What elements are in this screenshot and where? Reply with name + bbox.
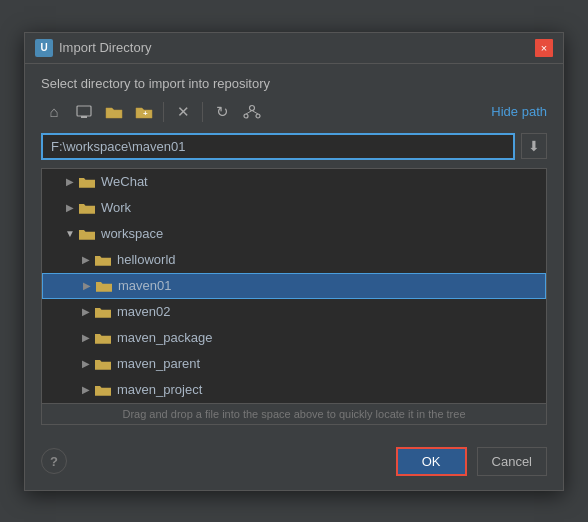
cancel-button[interactable]: Cancel — [477, 447, 547, 476]
tree-arrow-work: ▶ — [62, 200, 78, 216]
folder-icon-maven-parent — [94, 357, 112, 371]
cancel-button-tb[interactable]: ✕ — [170, 99, 196, 125]
tree-item-wechat[interactable]: ▶ WeChat — [42, 169, 546, 195]
tree-item-maven02[interactable]: ▶ maven02 — [42, 299, 546, 325]
folder-icon-work — [78, 201, 96, 215]
title-bar-left: U Import Directory — [35, 39, 151, 57]
svg-rect-1 — [81, 116, 87, 118]
tree-item-maven-parent[interactable]: ▶ maven_parent — [42, 351, 546, 377]
drag-hint: Drag and drop a file into the space abov… — [42, 403, 546, 424]
svg-point-3 — [250, 105, 255, 110]
tree-item-helloworld[interactable]: ▶ helloworld — [42, 247, 546, 273]
folder-icon-workspace — [78, 227, 96, 241]
tree-label-work: Work — [101, 200, 131, 215]
tree-label-workspace: workspace — [101, 226, 163, 241]
tree-label-maven02: maven02 — [117, 304, 170, 319]
tree-arrow-workspace: ▼ — [62, 226, 78, 242]
folder-button[interactable] — [101, 99, 127, 125]
path-input[interactable] — [41, 133, 515, 160]
dialog-title: Import Directory — [59, 40, 151, 55]
svg-line-7 — [252, 110, 258, 114]
tree-label-maven-parent: maven_parent — [117, 356, 200, 371]
tree-item-maven-package[interactable]: ▶ maven_package — [42, 325, 546, 351]
app-icon: U — [35, 39, 53, 57]
folder-icon-maven-project — [94, 383, 112, 397]
tree-label-maven01: maven01 — [118, 278, 171, 293]
svg-line-6 — [246, 110, 252, 114]
tree-arrow-maven02: ▶ — [78, 304, 94, 320]
desktop-button[interactable] — [71, 99, 97, 125]
close-button[interactable]: × — [535, 39, 553, 57]
network-button[interactable] — [239, 99, 265, 125]
tree-arrow-maven-parent: ▶ — [78, 356, 94, 372]
tree-label-wechat: WeChat — [101, 174, 148, 189]
folder-icon-helloworld — [94, 253, 112, 267]
refresh-button[interactable]: ↻ — [209, 99, 235, 125]
tree-arrow-helloworld: ▶ — [78, 252, 94, 268]
tree-label-maven-package: maven_package — [117, 330, 212, 345]
title-bar: U Import Directory × — [25, 33, 563, 64]
folder-icon-maven02 — [94, 305, 112, 319]
file-tree[interactable]: ▶ WeChat ▶ Work ▼ workspace — [41, 168, 547, 425]
tree-item-workspace[interactable]: ▼ workspace — [42, 221, 546, 247]
dialog-footer: ? OK Cancel — [25, 437, 563, 490]
folder-icon-maven01 — [95, 279, 113, 293]
folder-icon-wechat — [78, 175, 96, 189]
tree-label-maven-project: maven_project — [117, 382, 202, 397]
instruction-text: Select directory to import into reposito… — [41, 76, 547, 91]
toolbar-separator-2 — [202, 102, 203, 122]
tree-arrow-maven01: ▶ — [79, 278, 95, 294]
tree-item-maven-project[interactable]: ▶ maven_project — [42, 377, 546, 403]
tree-item-work[interactable]: ▶ Work — [42, 195, 546, 221]
tree-arrow-wechat: ▶ — [62, 174, 78, 190]
svg-point-5 — [256, 114, 260, 118]
download-button[interactable]: ⬇ — [521, 133, 547, 159]
tree-arrow-maven-package: ▶ — [78, 330, 94, 346]
import-directory-dialog: U Import Directory × Select directory to… — [24, 32, 564, 491]
path-row: ⬇ — [41, 133, 547, 160]
help-button[interactable]: ? — [41, 448, 67, 474]
footer-actions: OK Cancel — [396, 447, 547, 476]
svg-point-4 — [244, 114, 248, 118]
ok-button[interactable]: OK — [396, 447, 467, 476]
folder-icon-maven-package — [94, 331, 112, 345]
toolbar-separator — [163, 102, 164, 122]
tree-item-maven01[interactable]: ▶ maven01 — [42, 273, 546, 299]
new-folder-button[interactable]: + — [131, 99, 157, 125]
tree-label-helloworld: helloworld — [117, 252, 176, 267]
dialog-body: Select directory to import into reposito… — [25, 64, 563, 437]
tree-arrow-maven-project: ▶ — [78, 382, 94, 398]
svg-rect-0 — [77, 106, 91, 116]
svg-text:+: + — [143, 109, 148, 118]
hide-path-button[interactable]: Hide path — [491, 104, 547, 119]
toolbar: ⌂ + ✕ ↻ Hide path — [41, 99, 547, 125]
home-button[interactable]: ⌂ — [41, 99, 67, 125]
